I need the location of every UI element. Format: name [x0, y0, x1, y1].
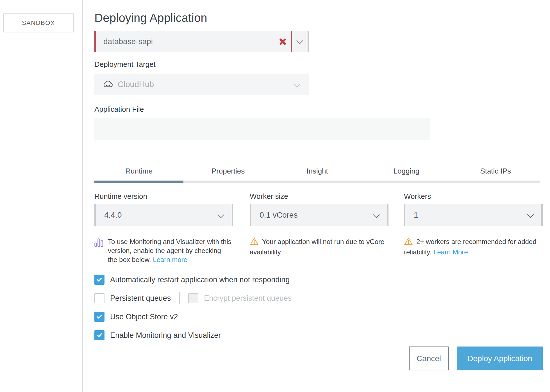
- deployment-target-value: CloudHub: [118, 80, 154, 89]
- check-icon: [96, 277, 103, 283]
- bar-chart-icon: [94, 238, 103, 264]
- combobox-right-edge: [308, 31, 309, 52]
- persistent-queues-label: Persistent queues: [110, 294, 171, 303]
- restart-checkbox-row: Automatically restart application when n…: [94, 275, 290, 285]
- encrypt-persistent-queues-label: Encrypt persistent queues: [204, 294, 292, 303]
- cancel-button[interactable]: Cancel: [409, 347, 449, 370]
- object-store-checkbox[interactable]: [94, 312, 104, 322]
- warning-triangle-icon: [404, 237, 413, 248]
- worker-size-value: 0.1 vCores: [260, 211, 297, 220]
- runtime-version-value: 4.4.0: [104, 211, 122, 220]
- deployment-target-label: Deployment Target: [94, 60, 156, 69]
- chevron-down-icon: [217, 211, 224, 218]
- chevron-down-icon: [294, 80, 300, 87]
- encrypt-persistent-queues-checkbox: [188, 293, 198, 303]
- application-file-dropzone[interactable]: [94, 118, 430, 140]
- object-store-row: Use Object Store v2: [94, 312, 178, 322]
- tab-properties[interactable]: Properties: [183, 167, 272, 181]
- check-icon: [96, 314, 103, 320]
- sidebar-divider: [82, 0, 83, 392]
- monitoring-checkbox[interactable]: [94, 330, 104, 340]
- app-name-dropdown-toggle[interactable]: [292, 31, 308, 52]
- workers-select[interactable]: 1: [404, 204, 543, 226]
- workers-value: 1: [414, 211, 418, 220]
- deployment-target-select[interactable]: CloudHub: [94, 74, 309, 95]
- error-x-icon[interactable]: [279, 38, 287, 45]
- tab-static-ips[interactable]: Static IPs: [451, 167, 540, 181]
- app-name-combobox: database-sapi: [94, 31, 309, 52]
- sandbox-environment-label: SANDBOX: [22, 19, 55, 27]
- persistent-queues-row: Persistent queues Encrypt persistent que…: [94, 293, 292, 303]
- chevron-down-icon: [373, 211, 379, 218]
- app-name-value: database-sapi: [103, 37, 153, 46]
- settings-tabs: Runtime Properties Insight Logging Stati…: [94, 167, 540, 181]
- sandbox-environment-button[interactable]: SANDBOX: [3, 13, 74, 32]
- workers-warning-text: 2+ workers are recommended for added rel…: [404, 238, 537, 256]
- warning-triangle-icon: [250, 237, 259, 248]
- worker-size-warning-text: Your application will not run due to vCo…: [250, 238, 384, 256]
- tab-logging[interactable]: Logging: [362, 167, 451, 181]
- tab-runtime[interactable]: Runtime: [94, 167, 183, 181]
- application-file-label: Application File: [94, 105, 144, 114]
- runtime-version-label: Runtime version: [94, 192, 233, 201]
- check-icon: [96, 332, 103, 338]
- learn-more-link[interactable]: Learn More: [433, 248, 468, 256]
- worker-size-select[interactable]: 0.1 vCores: [250, 204, 388, 226]
- deploy-button-label: Deploy Application: [467, 354, 532, 363]
- learn-more-link[interactable]: Learn more: [153, 256, 187, 263]
- object-store-label: Use Object Store v2: [110, 313, 178, 321]
- monitoring-label: Enable Monitoring and Visualizer: [110, 331, 221, 340]
- persistent-queues-checkbox[interactable]: [94, 293, 104, 303]
- tab-underline-track: [94, 181, 540, 183]
- restart-checkbox-label: Automatically restart application when n…: [110, 275, 290, 284]
- restart-checkbox[interactable]: [94, 275, 104, 285]
- deploy-application-button[interactable]: Deploy Application: [457, 347, 543, 370]
- workers-warning: 2+ workers are recommended for added rel…: [404, 237, 544, 257]
- worker-size-label: Worker size: [250, 192, 388, 201]
- chevron-down-icon: [527, 211, 534, 218]
- worker-size-warning: Your application will not run due to vCo…: [250, 237, 390, 257]
- vertical-separator: [179, 292, 180, 304]
- tab-active-underline: [94, 181, 183, 183]
- cloud-icon: [102, 80, 113, 88]
- workers-label: Workers: [404, 192, 543, 201]
- app-name-input[interactable]: database-sapi: [96, 31, 291, 52]
- cancel-button-label: Cancel: [417, 354, 441, 363]
- monitoring-version-note: To use Monitoring and Visualizer with th…: [94, 237, 235, 264]
- monitoring-row: Enable Monitoring and Visualizer: [94, 330, 221, 340]
- tab-insight[interactable]: Insight: [273, 167, 362, 181]
- chevron-down-icon: [296, 37, 303, 44]
- runtime-version-select[interactable]: 4.4.0: [94, 204, 233, 226]
- page-title: Deploying Application: [94, 11, 207, 25]
